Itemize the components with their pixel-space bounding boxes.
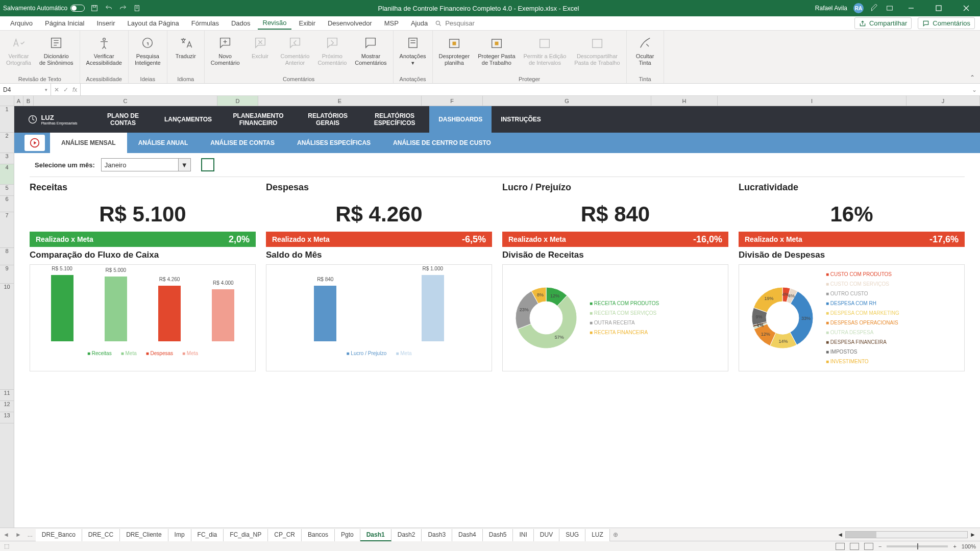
formula-input[interactable] <box>81 84 969 95</box>
zoom-in-icon[interactable]: + <box>953 543 956 549</box>
sheet-tab[interactable]: SUG <box>559 529 585 541</box>
nav-plano-contas[interactable]: PLANO DE CONTAS <box>91 106 155 133</box>
menu-layout[interactable]: Layout da Página <box>122 17 184 29</box>
tab-nav-next[interactable]: ► <box>12 531 24 538</box>
normal-view-icon[interactable] <box>836 543 845 550</box>
sheet-tab[interactable]: INI <box>513 529 533 541</box>
row-headers[interactable]: 1 2 3 4 5 6 7 8 9 10 11 12 13 <box>0 106 14 528</box>
sheet-tab[interactable]: DUV <box>534 529 559 541</box>
record-macro-icon[interactable]: ⬚ <box>4 543 9 549</box>
select-all-corner[interactable] <box>0 96 14 106</box>
sheet-tab[interactable]: Bancos <box>302 529 335 541</box>
menu-desenvolvedor[interactable]: Desenvolvedor <box>323 17 377 29</box>
expand-formula-icon[interactable]: ⌄ <box>969 84 980 95</box>
sheet-tab[interactable]: Dash5 <box>483 529 513 541</box>
accept-formula-icon[interactable]: ✓ <box>63 86 68 93</box>
sheet-tab[interactable]: CP_CR <box>268 529 302 541</box>
active-cell-indicator[interactable] <box>201 158 214 171</box>
collapse-ribbon-icon[interactable]: ⌃ <box>965 31 980 83</box>
column-headers[interactable]: A B C D E F G H I J <box>0 96 980 106</box>
menu-inserir[interactable]: Inserir <box>91 17 120 29</box>
fx-icon[interactable]: fx <box>72 86 77 93</box>
sheet-tab[interactable]: Dash4 <box>452 529 483 541</box>
quick-access-icon[interactable] <box>133 4 142 13</box>
smart-lookup-button[interactable]: PesquisaInteligente <box>132 33 164 68</box>
page-layout-view-icon[interactable] <box>850 543 859 550</box>
redo-icon[interactable] <box>118 4 128 13</box>
sheet-tab[interactable]: Pgto <box>335 529 360 541</box>
unprotect-sheet-button[interactable]: Desprotegerplanilha <box>436 33 473 68</box>
protect-workbook-button[interactable]: Proteger Pastade Trabalho <box>475 33 518 68</box>
nav-planejamento[interactable]: PLANEJAMENTO FINANCEIRO <box>221 106 296 133</box>
ribbon-mode-icon[interactable] <box>885 4 894 13</box>
sheet-tab[interactable]: Dash3 <box>422 529 452 541</box>
show-comments-button[interactable]: MostrarComentários <box>352 33 389 68</box>
close-button[interactable] <box>955 0 977 16</box>
menu-arquivo[interactable]: Arquivo <box>5 17 38 29</box>
minimize-button[interactable] <box>900 0 922 16</box>
subnav-contas[interactable]: ANÁLISE DE CONTAS <box>199 133 286 153</box>
nav-lancamentos[interactable]: LANÇAMENTOS <box>155 106 221 133</box>
menu-dados[interactable]: Dados <box>226 17 256 29</box>
new-comment-button[interactable]: NovoComentário <box>208 33 243 68</box>
nav-dashboards[interactable]: DASHBOARDS <box>429 106 492 133</box>
subnav-centro-custo[interactable]: ANÁLISE DE CENTRO DE CUSTO <box>382 133 502 153</box>
play-button[interactable] <box>24 135 45 151</box>
subnav-anual[interactable]: ANÁLISE ANUAL <box>127 133 200 153</box>
sheet-tab[interactable]: DRE_CC <box>82 529 120 541</box>
page-break-view-icon[interactable] <box>864 543 873 550</box>
translate-button[interactable]: Traduzir <box>170 33 201 62</box>
add-sheet-button[interactable]: ⊕ <box>610 531 621 538</box>
subnav-especificas[interactable]: ANÁLISES ESPECÍFICAS <box>286 133 382 153</box>
zoom-slider[interactable] <box>887 545 948 547</box>
thesaurus-button[interactable]: Dicionáriode Sinônimos <box>36 33 77 68</box>
sheet-tab[interactable]: Imp <box>168 529 191 541</box>
sheet-tab[interactable]: Dash1 <box>360 529 391 541</box>
subnav-mensal[interactable]: ANÁLISE MENSAL <box>50 133 127 153</box>
svg-text:23%: 23% <box>520 307 529 312</box>
nav-instrucoes[interactable]: INSTRUÇÕES <box>492 106 550 133</box>
chevron-down-icon[interactable]: ▼ <box>178 159 190 171</box>
sheet-tab[interactable]: FC_dia <box>191 529 224 541</box>
cancel-formula-icon[interactable]: ✕ <box>54 86 59 93</box>
sheet-tab[interactable]: DRE_Cliente <box>120 529 168 541</box>
menu-exibir[interactable]: Exibir <box>293 17 321 29</box>
tab-more[interactable]: ... <box>24 531 36 538</box>
sheet-tab[interactable]: Dash2 <box>391 529 422 541</box>
notes-button[interactable]: Anotações▾ <box>397 33 429 68</box>
month-dropdown[interactable]: Janeiro ▼ <box>101 158 191 171</box>
zoom-out-icon[interactable]: − <box>878 543 881 549</box>
autosave-toggle[interactable]: Salvamento Automático <box>3 5 85 12</box>
maximize-button[interactable] <box>928 0 949 16</box>
sheet-tab[interactable]: DRE_Banco <box>36 529 82 541</box>
user-avatar[interactable]: RA <box>853 3 864 13</box>
menu-formulas[interactable]: Fórmulas <box>186 17 224 29</box>
menu-revisao[interactable]: Revisão <box>258 17 292 30</box>
tab-nav-prev[interactable]: ◄ <box>0 531 12 538</box>
sheet-tab[interactable]: FC_dia_NP <box>224 529 268 541</box>
accessibility-button[interactable]: VerificarAcessibilidade <box>83 33 125 68</box>
nav-relatorios-gerais[interactable]: RELATÓRIOS GERAIS <box>296 106 360 133</box>
save-icon[interactable] <box>90 4 99 13</box>
menu-ajuda[interactable]: Ajuda <box>406 17 433 29</box>
comments-button[interactable]: Comentários <box>918 17 975 29</box>
sheet-tab[interactable]: LUZ <box>585 529 610 541</box>
chart-divrec: Divisão de Receitas 12%57%23%8%RECEITA C… <box>502 250 728 371</box>
hide-ink-button[interactable]: OcultarTinta <box>630 33 660 68</box>
zoom-level[interactable]: 100% <box>962 543 976 549</box>
notes-icon[interactable] <box>870 4 879 13</box>
prev-comment-button[interactable]: ComentárioAnterior <box>278 33 313 68</box>
nav-relatorios-especificos[interactable]: RELATÓRIOS ESPECÍFICOS <box>360 106 429 133</box>
name-box[interactable]: D4 <box>0 84 51 95</box>
menu-msp[interactable]: MSP <box>379 17 404 29</box>
menu-pagina-inicial[interactable]: Página Inicial <box>40 17 89 29</box>
unshare-workbook-button[interactable]: DescompartilharPasta de Trabalho <box>571 33 623 68</box>
next-comment-button[interactable]: PróximoComentário <box>314 33 350 68</box>
horizontal-scrollbar[interactable]: ◄► <box>837 531 980 538</box>
delete-comment-button[interactable]: Excluir <box>245 33 276 62</box>
spellcheck-button[interactable]: VerificarOrtografia <box>3 33 34 68</box>
share-button[interactable]: Compartilhar <box>854 17 912 29</box>
search-box[interactable]: Pesquisar <box>435 19 475 27</box>
undo-icon[interactable] <box>104 4 113 13</box>
allow-edit-ranges-button[interactable]: Permitir a Ediçãode Intervalos <box>521 33 570 68</box>
